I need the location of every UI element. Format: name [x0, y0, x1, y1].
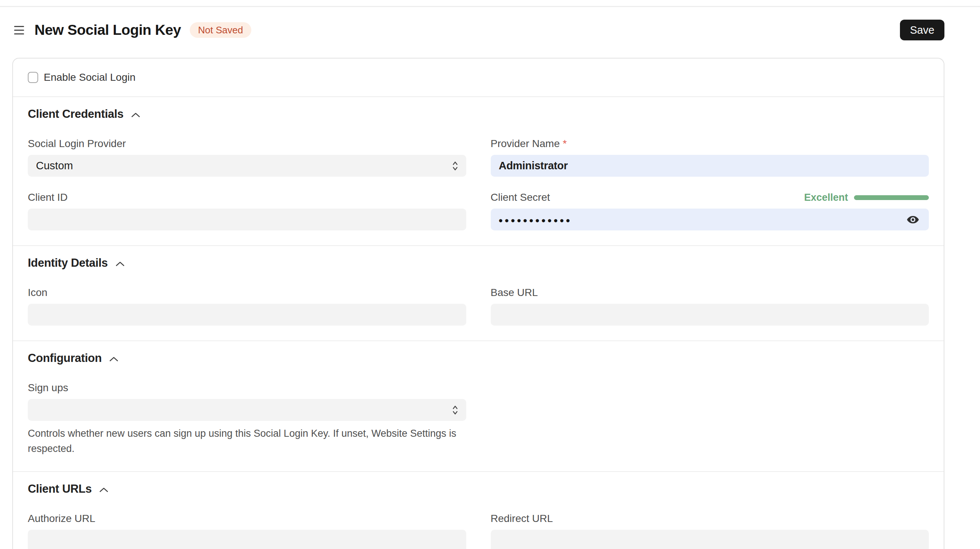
client-secret-label: Client Secret	[491, 192, 550, 203]
sign-ups-label: Sign ups	[28, 382, 466, 394]
section-client-urls: Client URLs Authorize URL Redirect URL	[13, 472, 944, 549]
section-title-client-credentials: Client Credentials	[28, 108, 123, 121]
page-title: New Social Login Key	[35, 22, 181, 38]
field-sign-ups: Sign ups Controls whether new users can …	[28, 382, 466, 456]
provider-name-value: Administrator	[499, 160, 568, 172]
client-secret-masked-value: ••••••••••••	[499, 213, 572, 226]
chevron-up-icon[interactable]	[115, 261, 125, 267]
chevron-up-icon[interactable]	[109, 356, 119, 362]
page-header: New Social Login Key Not Saved Save	[0, 20, 980, 40]
redirect-url-input[interactable]	[491, 530, 929, 549]
section-title-client-urls: Client URLs	[28, 482, 92, 496]
status-badge: Not Saved	[190, 22, 251, 38]
select-stepper-icon	[452, 160, 459, 172]
section-configuration: Configuration Sign ups Controls whether …	[13, 341, 944, 471]
select-stepper-icon	[452, 404, 459, 416]
field-client-secret: Client Secret Excellent ••••••••••••	[491, 192, 929, 230]
icon-input[interactable]	[28, 304, 466, 325]
password-strength-indicator: Excellent	[804, 192, 929, 203]
field-provider-name: Provider Name* Administrator	[491, 138, 929, 177]
section-client-credentials: Client Credentials Social Login Provider…	[13, 97, 944, 245]
form-card: Enable Social Login Client Credentials S…	[12, 58, 944, 549]
password-strength-bar	[854, 195, 929, 200]
client-secret-input[interactable]: ••••••••••••	[491, 209, 929, 230]
social-login-provider-label: Social Login Provider	[28, 138, 466, 150]
chevron-up-icon[interactable]	[131, 112, 140, 118]
save-button[interactable]: Save	[900, 20, 944, 40]
client-id-input[interactable]	[28, 209, 466, 230]
field-client-id: Client ID	[28, 192, 466, 230]
section-title-identity-details: Identity Details	[28, 256, 108, 270]
required-marker: *	[563, 138, 567, 149]
redirect-url-label: Redirect URL	[491, 513, 929, 525]
base-url-input[interactable]	[491, 304, 929, 325]
provider-name-input[interactable]: Administrator	[491, 155, 929, 177]
authorize-url-input[interactable]	[28, 530, 466, 549]
provider-name-label: Provider Name*	[491, 138, 929, 150]
chevron-up-icon[interactable]	[99, 487, 108, 493]
section-identity-details: Identity Details Icon Base URL	[13, 246, 944, 340]
base-url-label: Base URL	[491, 287, 929, 298]
toggle-password-visibility-icon[interactable]	[907, 215, 919, 224]
enable-social-login-label: Enable Social Login	[44, 71, 136, 83]
enable-social-login-row: Enable Social Login	[13, 59, 944, 96]
icon-label: Icon	[28, 287, 466, 298]
navbar-bottom-divider	[0, 6, 980, 7]
sign-ups-help-text: Controls whether new users can sign up u…	[28, 426, 466, 456]
field-base-url: Base URL	[491, 287, 929, 325]
enable-social-login-checkbox[interactable]	[28, 72, 38, 83]
password-strength-text: Excellent	[804, 192, 848, 203]
client-id-label: Client ID	[28, 192, 466, 203]
menu-icon[interactable]	[14, 25, 24, 35]
social-login-provider-select[interactable]: Custom	[28, 155, 466, 177]
field-redirect-url: Redirect URL	[491, 513, 929, 549]
field-icon: Icon	[28, 287, 466, 325]
field-social-login-provider: Social Login Provider Custom	[28, 138, 466, 177]
field-authorize-url: Authorize URL	[28, 513, 466, 549]
section-title-configuration: Configuration	[28, 352, 102, 365]
authorize-url-label: Authorize URL	[28, 513, 466, 525]
social-login-provider-value: Custom	[36, 160, 73, 172]
sign-ups-select[interactable]	[28, 399, 466, 421]
